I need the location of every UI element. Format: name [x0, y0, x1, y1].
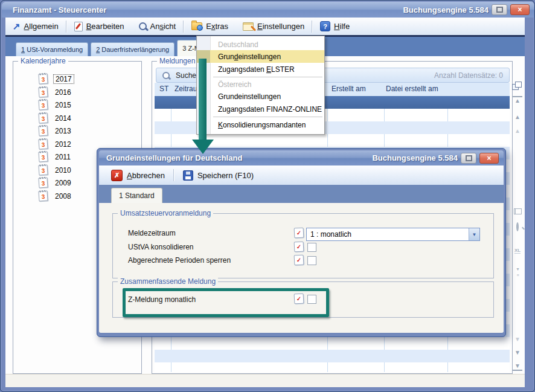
scroll-up-page-icon[interactable]: ▲ [513, 128, 522, 134]
kalenderjahre-label: Kalenderjahre [18, 57, 68, 65]
meldezeitraum-combobox[interactable]: 1 : monatlich ▼ [306, 228, 480, 241]
restore-icon [496, 7, 503, 13]
filter-icon[interactable]: ▼≡ [513, 266, 522, 278]
arrow-up-right-icon: ↗ [13, 21, 21, 32]
dialog-restore-button[interactable] [461, 153, 476, 164]
folder-icon [191, 22, 202, 30]
zoom-search-icon[interactable] [513, 224, 522, 230]
menu-item-hilfe[interactable]: ? Hilfe [313, 18, 357, 35]
scroll-to-bottom-icon[interactable]: ▼ [513, 363, 522, 371]
menu-item-bearbeiten[interactable]: Bearbeiten [67, 18, 132, 35]
status-strip [5, 374, 525, 387]
abgerechnete-perioden-label: Abgerechnete Perioden sperren [128, 256, 231, 265]
excel-export-icon[interactable]: XL [513, 247, 522, 254]
column-header-datei-erstellt-am[interactable]: Datei erstellt am [386, 85, 438, 93]
scroll-to-top-icon[interactable]: ▲ [513, 96, 522, 104]
cancel-button[interactable]: Abbrechen [127, 171, 165, 180]
year-item[interactable]: 32010 [39, 164, 73, 176]
menu-item-konsolidierungsmandanten[interactable]: Konsolidierungsmandanten [197, 118, 324, 131]
save-button[interactable]: Speichern (F10) [197, 171, 254, 180]
menu-item-einstellungen[interactable]: Einstellungen [235, 18, 312, 35]
copy-columns-icon[interactable] [512, 82, 522, 91]
dialog-close-button[interactable]: × [479, 153, 499, 164]
menu-toolbar: ↗ Allgemein Bearbeiten Ansicht Extras Ei… [5, 18, 525, 36]
menu-item-zugangsdaten-elster[interactable]: Zugangsdaten ELSTER [197, 63, 324, 76]
search-input[interactable]: Suche [176, 71, 196, 80]
year-label: 2016 [53, 88, 73, 97]
menu-item-allgemein[interactable]: ↗ Allgemein [5, 18, 66, 35]
scroll-down-page-icon[interactable]: ▼ [513, 336, 522, 342]
meldezeitraum-label: Meldezeitraum [128, 229, 176, 237]
close-icon: × [487, 155, 491, 162]
ustva-konsolidieren-label: UStVA konsolidieren [128, 243, 194, 251]
menu-item-ansicht[interactable]: Ansicht [132, 18, 184, 35]
year-item[interactable]: 32016 [39, 86, 73, 98]
calendar-icon: 3 [38, 177, 48, 188]
year-item[interactable]: 32011 [39, 150, 72, 163]
calendar-icon: 3 [38, 151, 48, 162]
year-item[interactable]: 32013 [39, 124, 73, 137]
highlight-annotation-box [123, 288, 329, 317]
close-icon: × [517, 6, 522, 13]
calendar-icon: 3 [38, 190, 48, 201]
tab-dauerfristverlaengerung[interactable]: 2 Dauerfristverlängerung [91, 42, 175, 56]
calendar-icon: 3 [38, 138, 48, 149]
menu-label-hilfe: Hilfe [334, 22, 350, 31]
columns-view-icon[interactable] [513, 208, 522, 216]
menu-header-oesterreich: Österreich [197, 78, 324, 91]
group-label: Zusammenfassende Meldung [118, 277, 218, 286]
year-item[interactable]: 32009 [39, 176, 73, 189]
year-item[interactable]: 32015 [39, 98, 73, 111]
year-item[interactable]: 32017 [39, 72, 74, 85]
abgerechnete-perioden-checkbox[interactable] [307, 256, 316, 265]
grundeinstellungen-dialog: Grundeinstellungen für Deutschland Buchu… [97, 148, 506, 337]
menu-label-ansicht: Ansicht [150, 22, 176, 31]
year-item[interactable]: 32014 [39, 112, 73, 124]
scroll-down-icon[interactable]: ▼ [513, 350, 522, 356]
magnifier-icon [139, 22, 147, 30]
tab-ust-voranmeldung[interactable]: 1 USt-Voranmeldung [16, 42, 88, 56]
menu-item-grundeinstellungen-at[interactable]: Grundeinstellungen [197, 90, 324, 103]
scroll-up-icon[interactable]: ▲ [513, 114, 522, 120]
column-header-erstellt-am[interactable]: Erstellt am [332, 85, 366, 93]
menu-separator [213, 117, 322, 117]
menu-item-extras[interactable]: Extras [184, 18, 235, 35]
year-label-selected: 2017 [53, 74, 74, 84]
year-label: 2013 [53, 127, 73, 135]
year-label: 2015 [53, 101, 73, 109]
chevron-down-icon[interactable]: ▼ [469, 228, 479, 240]
column-header-st[interactable]: ST [159, 85, 168, 93]
tab-standard[interactable]: 1 Standard [111, 188, 162, 203]
ustva-konsolidieren-checkbox[interactable] [307, 243, 316, 252]
close-button[interactable]: × [510, 4, 530, 15]
search-icon [162, 72, 170, 79]
field-check-icon: ✓ [294, 228, 304, 239]
field-check-icon: ✓ [294, 242, 304, 252]
menu-label-allgemein: Allgemein [24, 22, 59, 31]
calendar-icon: 3 [38, 164, 48, 175]
einstellungen-dropdown-menu: Deutschland Grundeinstellungen Zugangsda… [196, 36, 325, 135]
year-label: 2008 [53, 192, 73, 201]
menu-label-bearbeiten: Bearbeiten [86, 22, 124, 31]
settings-icon [243, 22, 254, 31]
restore-button[interactable] [492, 4, 507, 15]
menu-item-grundeinstellungen-de[interactable]: Grundeinstellungen [197, 50, 324, 63]
menu-item-zugangsdaten-finanz-online[interactable]: Zugangsdaten FINANZ-ONLINE [197, 103, 324, 115]
dialog-titlebar: Grundeinstellungen für Deutschland Buchu… [99, 150, 504, 165]
dialog-toolbar: ✗ Abbrechen Speichern (F10) [99, 165, 504, 185]
main-titlebar: Finanzamt - Steuercenter Buchungsengine … [2, 2, 534, 18]
dialog-version: Buchungsengine 5.584 [372, 153, 458, 162]
cancel-x-icon: ✗ [111, 170, 123, 181]
annotation-arrow-head [192, 140, 214, 154]
window-version: Buchungsengine 5.584 [403, 5, 489, 14]
field-check-icon: ✓ [294, 255, 304, 266]
year-item[interactable]: 32012 [39, 138, 73, 150]
edit-page-icon [74, 22, 83, 31]
year-label: 2012 [53, 140, 73, 149]
year-label: 2009 [53, 179, 73, 187]
year-label: 2011 [53, 153, 72, 161]
window-title: Finanzamt - Steuercenter [2, 5, 106, 14]
dialog-body: Umsatzsteuervoranmeldung Meldezeitraum ✓… [99, 203, 504, 333]
year-item[interactable]: 32008 [39, 190, 73, 202]
year-label: 2010 [53, 166, 73, 175]
